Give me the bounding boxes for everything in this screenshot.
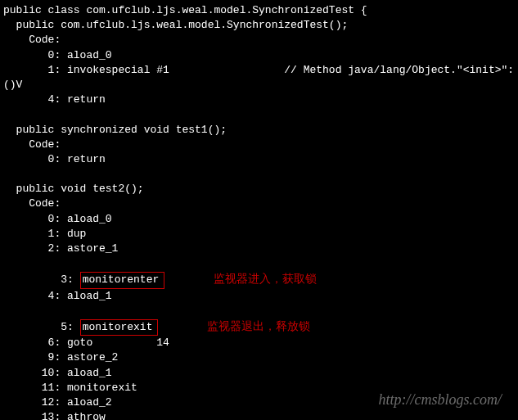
bytecode-instruction: 13: athrow [3,410,518,420]
bytecode-instruction: 4: aload_1 [3,289,518,304]
bytecode-instruction: 1: dup [3,227,518,242]
monitorenter-box: monitorenter [80,272,165,288]
constructor-declaration: public com.ufclub.ljs.weal.model.Synchro… [3,18,518,33]
instruction-number: 3: [16,273,80,286]
code-label: Code: [3,196,518,211]
monitorexit-box: monitorexit [80,319,159,336]
bytecode-instruction: 0: return [3,152,518,167]
bytecode-instruction-highlighted: 3: monitorenter监视器进入，获取锁 [3,256,518,288]
code-label: Code: [3,33,518,47]
annotation-exit: 监视器退出，释放锁 [207,319,310,332]
bytecode-instruction: 10: aload_1 [3,366,518,381]
bytecode-instruction: 6: goto 14 [3,336,518,350]
code-label: Code: [3,138,518,152]
method2-declaration: public void test2(); [3,182,518,196]
watermark: http://cmsblogs.com/ [379,390,502,410]
blank-line [3,107,518,122]
class-declaration: public class com.ufclub.ljs.weal.model.S… [3,3,518,18]
instruction-number: 5: [16,321,80,333]
blank-line [3,167,518,182]
bytecode-instruction: 4: return [3,93,518,107]
wrap-fragment: ()V [3,78,518,93]
method1-declaration: public synchronized void test1(); [3,123,518,138]
bytecode-instruction: 2: astore_1 [3,242,518,256]
bytecode-instruction: 1: invokespecial #1 // Method java/lang/… [3,63,518,78]
bytecode-instruction-highlighted: 5: monitorexit监视器退出，释放锁 [3,304,518,336]
bytecode-instruction: 0: aload_0 [3,48,518,63]
annotation-enter: 监视器进入，获取锁 [214,272,317,285]
bytecode-instruction: 9: astore_2 [3,350,518,365]
bytecode-instruction: 0: aload_0 [3,212,518,227]
